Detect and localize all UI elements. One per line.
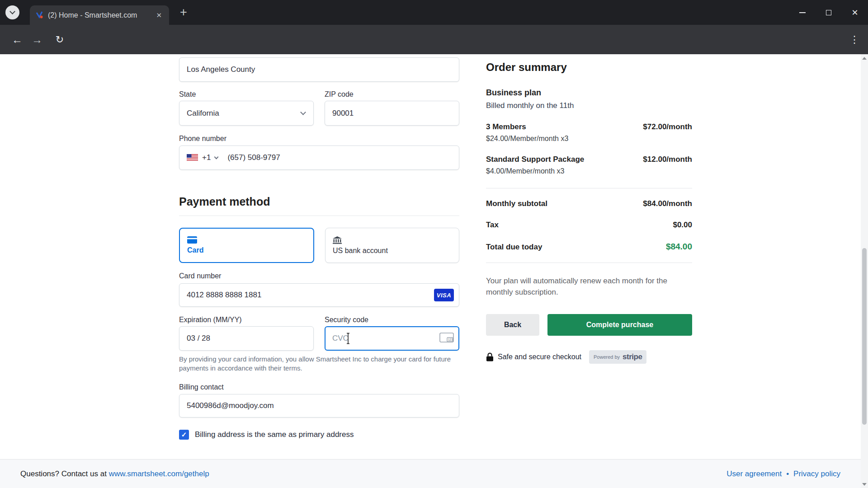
- window-maximize-button[interactable]: [816, 0, 842, 25]
- billing-form: State ZIP code California Phone number: [179, 54, 459, 440]
- zip-input[interactable]: [325, 101, 459, 126]
- maximize-icon: [826, 10, 831, 15]
- window-close-button[interactable]: ✕: [842, 0, 868, 25]
- card-number-input[interactable]: [179, 283, 459, 307]
- subtotal-value: $84.00/month: [643, 199, 692, 208]
- expiration-input[interactable]: [179, 326, 314, 351]
- arrow-up-icon: [862, 57, 867, 60]
- card-number-label: Card number: [179, 272, 221, 280]
- security-code-label: Security code: [325, 316, 368, 324]
- bank-icon: [333, 236, 452, 244]
- chevron-down-icon: [300, 109, 306, 115]
- city-input[interactable]: [179, 57, 459, 82]
- item-detail: $4.00/Member/month x3: [486, 167, 692, 175]
- us-flag-icon: [187, 154, 198, 161]
- billing-address-checkbox-row[interactable]: ✓ Billing address is the same as primary…: [179, 430, 459, 440]
- new-tab-button[interactable]: +: [180, 6, 187, 19]
- tax-value: $0.00: [673, 221, 692, 230]
- forward-arrow-icon: →: [32, 33, 42, 46]
- item-price: $12.00/month: [643, 155, 692, 164]
- check-icon: ✓: [181, 431, 187, 439]
- stripe-badge: Powered by stripe: [589, 350, 646, 364]
- browser-tab-bar: (2) Home - Smartsheet.com ✕ + ✕: [0, 0, 868, 25]
- scroll-down-button[interactable]: [861, 480, 868, 488]
- contact-link[interactable]: www.smartsheet.com/gethelp: [109, 469, 209, 478]
- complete-purchase-button[interactable]: Complete purchase: [547, 314, 692, 336]
- subtotal-label: Monthly subtotal: [486, 199, 547, 208]
- user-agreement-link[interactable]: User agreement: [726, 469, 782, 479]
- payment-tab-bank[interactable]: US bank account: [325, 228, 459, 263]
- minimize-icon: [799, 12, 806, 13]
- total-due-value: $84.00: [666, 242, 692, 252]
- tax-label: Tax: [486, 221, 499, 230]
- arrow-down-icon: [862, 483, 867, 486]
- payment-method-heading: Payment method: [179, 195, 459, 208]
- state-select-value: California: [187, 109, 219, 118]
- expiration-label: Expiration (MM/YY): [179, 316, 242, 324]
- browser-tab[interactable]: (2) Home - Smartsheet.com ✕: [30, 5, 169, 25]
- state-select[interactable]: California: [179, 101, 314, 126]
- payment-tab-bank-label: US bank account: [333, 247, 452, 255]
- item-price: $72.00/month: [643, 122, 692, 131]
- state-label: State: [179, 90, 196, 98]
- text-cursor: [345, 333, 351, 346]
- phone-label: Phone number: [179, 135, 226, 142]
- summary-line-item: Standard Support Package $12.00/month $4…: [486, 155, 692, 175]
- visa-badge: VISA: [434, 289, 454, 301]
- payment-tab-card[interactable]: Card: [179, 228, 314, 263]
- page-footer: Questions? Contact us at www.smartsheet.…: [0, 459, 861, 488]
- back-step-button[interactable]: Back: [486, 314, 539, 336]
- item-name: Standard Support Package: [486, 155, 584, 164]
- plan-billing-note: Billed monthly on the 11th: [486, 101, 692, 110]
- secure-checkout-note: Safe and secure checkout: [498, 353, 581, 361]
- card-terms-note: By providing your card information, you …: [179, 355, 459, 373]
- scroll-up-button[interactable]: [861, 54, 868, 62]
- divider: [486, 188, 692, 188]
- menu-dots-icon: ⋮: [849, 34, 859, 46]
- page-scrollbar[interactable]: [861, 54, 868, 488]
- reload-icon: ↻: [56, 34, 64, 46]
- checkbox-checked[interactable]: ✓: [179, 430, 189, 440]
- zip-label: ZIP code: [325, 90, 354, 98]
- order-summary-title: Order summary: [486, 61, 692, 74]
- checkout-page: State ZIP code California Phone number: [0, 54, 861, 459]
- window-minimize-button[interactable]: [789, 0, 816, 25]
- stripe-wordmark: stripe: [623, 352, 642, 361]
- reload-button[interactable]: ↻: [50, 30, 70, 50]
- plan-name: Business plan: [486, 88, 692, 98]
- forward-button[interactable]: →: [27, 30, 47, 50]
- item-name: 3 Members: [486, 122, 526, 131]
- item-detail: $24.00/Member/month x3: [486, 135, 692, 143]
- order-summary: Order summary Business plan Billed month…: [486, 54, 692, 364]
- link-separator: •: [786, 469, 789, 479]
- phone-number-value: (657) 508-9797: [227, 153, 280, 162]
- chevron-down-icon: [214, 155, 219, 160]
- billing-contact-label: Billing contact: [179, 383, 224, 391]
- total-due-label: Total due today: [486, 243, 542, 252]
- billing-contact-input[interactable]: [179, 394, 459, 418]
- contact-text: Questions? Contact us at: [20, 469, 107, 478]
- scrollbar-thumb[interactable]: [862, 248, 867, 425]
- summary-line-item: 3 Members $72.00/month $24.00/Member/mon…: [486, 122, 692, 143]
- tab-search-button[interactable]: [5, 5, 19, 19]
- divider: [179, 216, 459, 216]
- back-arrow-icon: ←: [12, 33, 23, 46]
- divider: [486, 263, 692, 263]
- smartsheet-favicon: [35, 11, 43, 19]
- close-icon: ✕: [851, 8, 858, 18]
- chevron-down-icon: [9, 9, 15, 14]
- phone-country-code[interactable]: +1: [202, 153, 211, 162]
- cvc-card-icon: 123: [439, 333, 454, 344]
- lock-icon: [486, 352, 494, 361]
- card-icon: [187, 236, 306, 244]
- renewal-note: Your plan will automatically renew each …: [486, 276, 692, 298]
- payment-tab-card-label: Card: [187, 246, 306, 254]
- privacy-policy-link[interactable]: Privacy policy: [793, 469, 840, 479]
- back-button[interactable]: ←: [7, 30, 27, 50]
- browser-menu-button[interactable]: ⋮: [844, 30, 864, 50]
- powered-by-text: Powered by: [594, 354, 620, 360]
- tab-close-button[interactable]: ✕: [154, 10, 164, 20]
- browser-toolbar: ← → ↻ app.smartsheet.com/home ☆: [0, 25, 868, 54]
- svg-text:123: 123: [448, 338, 453, 341]
- phone-input[interactable]: +1 (657) 508-9797: [179, 145, 459, 170]
